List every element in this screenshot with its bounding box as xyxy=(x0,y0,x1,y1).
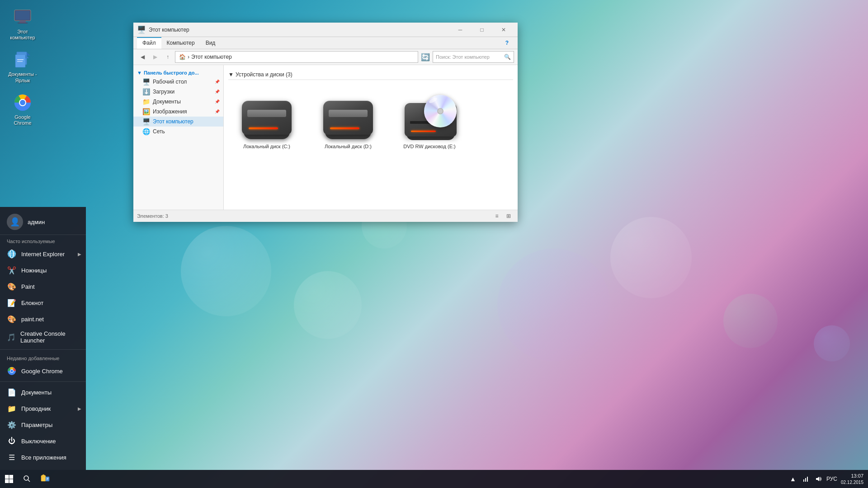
settings-icon: ⚙️ xyxy=(7,420,17,430)
paintnet-icon: 🎨 xyxy=(7,314,17,324)
menu-item-chrome-recent[interactable]: Google Chrome xyxy=(0,363,86,379)
maximize-button[interactable]: □ xyxy=(472,23,492,37)
start-menu-header: 👤 админ xyxy=(0,207,86,235)
desktop-icon-my-computer[interactable]: Этот компьютер xyxy=(5,5,41,42)
taskbar-tray: ▲ РУС 13:07 0 xyxy=(784,473,868,485)
tray-time: 13:07 02.12.2015 xyxy=(841,473,863,485)
status-bar: Элементов: 3 ≡ ⊞ xyxy=(133,210,518,222)
paintnet-label: paint.net xyxy=(21,316,44,323)
svg-marker-33 xyxy=(41,474,46,476)
up-button[interactable]: ↑ xyxy=(162,52,173,62)
menu-item-ie[interactable]: Internet Explorer ▶ xyxy=(0,246,86,262)
list-view-button[interactable]: ≡ xyxy=(491,211,502,221)
ribbon-tab-view[interactable]: Вид xyxy=(200,37,221,49)
pin-icon-images: 📌 xyxy=(215,109,220,114)
menu-item-creative[interactable]: 🎵 Creative Console Launcher xyxy=(0,327,86,347)
svg-point-29 xyxy=(24,476,28,480)
separator: › xyxy=(188,54,189,60)
menu-divider-1 xyxy=(0,349,86,350)
sidebar-downloads[interactable]: ⬇️ Загрузки 📌 xyxy=(133,87,223,97)
menu-item-paintnet[interactable]: 🎨 paint.net xyxy=(0,311,86,327)
menu-item-paint[interactable]: 🎨 Paint xyxy=(0,278,86,295)
window-titlebar: 🖥️ Этот компьютер ─ □ ✕ xyxy=(133,23,518,37)
images-sidebar-label: Изображения xyxy=(153,108,187,115)
close-button[interactable]: ✕ xyxy=(493,23,514,37)
notepad-icon: 📝 xyxy=(7,298,17,308)
documents-sidebar-icon: 📁 xyxy=(142,98,150,105)
ribbon-tab-file[interactable]: Файл xyxy=(137,37,161,49)
explorer-main: ▼ Устройства и диски (3) xyxy=(224,65,518,210)
taskbar-explorer-icon xyxy=(41,474,50,484)
sidebar-network[interactable]: 🌐 Сеть xyxy=(133,127,223,136)
drive-d[interactable]: Локальный диск (D:) xyxy=(314,91,382,153)
ribbon-tab-computer[interactable]: Компьютер xyxy=(161,37,200,49)
menu-item-explorer-bottom[interactable]: 📁 Проводник ▶ xyxy=(0,400,86,417)
drive-e-label: DVD RW дисковод (E:) xyxy=(403,144,455,149)
sidebar-this-pc[interactable]: 🖥️ Этот компьютер xyxy=(133,117,223,127)
svg-rect-27 xyxy=(5,479,9,483)
documents-bottom-icon: 📄 xyxy=(7,387,17,397)
address-path[interactable]: 🏠 › Этот компьютер xyxy=(175,51,418,63)
desktop-sidebar-icon: 🖥️ xyxy=(142,78,150,85)
creative-label: Creative Console Launcher xyxy=(20,330,79,344)
search-box[interactable]: Поиск: Этот компьютер 🔍 xyxy=(433,51,514,63)
sidebar-images[interactable]: 🖼️ Изображения 📌 xyxy=(133,107,223,117)
explorer-content: ▼ Панель быстрого до... 🖥️ Рабочий стол … xyxy=(133,65,518,210)
sidebar-documents[interactable]: 📁 Документы 📌 xyxy=(133,97,223,107)
pin-icon-documents: 📌 xyxy=(215,99,220,104)
documents-sidebar-label: Документы xyxy=(153,99,181,105)
tray-volume-icon[interactable] xyxy=(814,474,823,483)
menu-item-documents-bottom[interactable]: 📄 Документы xyxy=(0,384,86,400)
desktop-icon-documents[interactable]: Документы - Ярлык xyxy=(5,47,41,85)
forward-button[interactable]: ▶ xyxy=(150,52,160,62)
computer-icon-label: Этот компьютер xyxy=(6,29,39,41)
svg-rect-12 xyxy=(17,61,23,62)
svg-rect-1 xyxy=(15,11,30,20)
this-pc-icon: 🖥️ xyxy=(142,118,150,125)
menu-item-all-apps[interactable]: ☰ Все приложения xyxy=(0,449,86,465)
ie-label: Internet Explorer xyxy=(21,251,65,258)
grid-view-button[interactable]: ⊞ xyxy=(503,211,514,221)
start-button[interactable] xyxy=(0,470,18,488)
menu-item-notepad[interactable]: 📝 Блокнот xyxy=(0,295,86,311)
username-label: админ xyxy=(28,219,45,225)
start-menu: 👤 админ Часто используемые Internet Expl… xyxy=(0,207,86,470)
scissors-label: Ножницы xyxy=(21,267,47,274)
tray-chevron[interactable]: ▲ xyxy=(788,474,797,483)
back-button[interactable]: ◀ xyxy=(137,52,148,62)
network-icon: 🌐 xyxy=(142,128,150,135)
tray-network-icon[interactable] xyxy=(801,474,810,483)
menu-item-power[interactable]: ⏻ Выключение xyxy=(0,433,86,449)
menu-divider-2 xyxy=(0,381,86,382)
chrome-icon xyxy=(12,92,33,113)
drive-e[interactable]: DVD RW дисковод (E:) xyxy=(396,91,463,153)
pin-icon-downloads: 📌 xyxy=(215,89,220,94)
ribbon-help[interactable]: ? xyxy=(500,37,514,49)
menu-item-settings[interactable]: ⚙️ Параметры xyxy=(0,417,86,433)
sidebar-desktop[interactable]: 🖥️ Рабочий стол 📌 xyxy=(133,77,223,87)
desktop-icon-chrome[interactable]: Google Chrome xyxy=(5,90,41,128)
svg-point-16 xyxy=(20,100,25,105)
refresh-button[interactable]: 🔄 xyxy=(420,52,431,62)
taskbar-file-explorer[interactable] xyxy=(36,470,54,488)
taskbar-search-button[interactable] xyxy=(18,470,36,488)
drive-e-icon-wrapper xyxy=(402,95,457,140)
address-text: Этот компьютер xyxy=(191,54,232,60)
svg-line-30 xyxy=(28,480,30,482)
tray-time-text: 13:07 xyxy=(841,473,863,479)
drive-c[interactable]: Локальный диск (C:) xyxy=(233,91,301,153)
tray-lang[interactable]: РУС xyxy=(826,476,837,482)
downloads-sidebar-icon: ⬇️ xyxy=(142,88,150,95)
svg-rect-2 xyxy=(19,21,26,23)
network-label: Сеть xyxy=(153,128,165,135)
quick-access-section[interactable]: ▼ Панель быстрого до... xyxy=(133,69,223,77)
menu-item-scissors[interactable]: ✂️ Ножницы xyxy=(0,262,86,278)
explorer-window: 🖥️ Этот компьютер ─ □ ✕ Файл Компьютер В… xyxy=(133,23,518,222)
section-header: ▼ Устройства и диски (3) xyxy=(228,70,513,80)
minimize-button[interactable]: ─ xyxy=(450,23,471,37)
svg-rect-25 xyxy=(5,475,9,479)
ribbon-tabs: Файл Компьютер Вид ? xyxy=(133,37,518,49)
status-text: Элементов: 3 xyxy=(137,213,168,219)
home-icon-path: 🏠 xyxy=(179,54,186,60)
svg-point-24 xyxy=(10,370,13,372)
